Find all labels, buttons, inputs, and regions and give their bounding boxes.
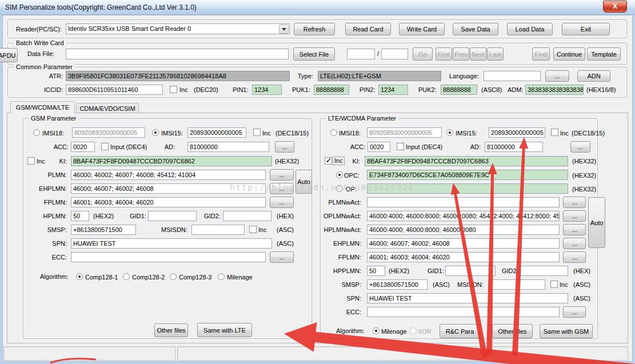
gsm-plmn-browse-button[interactable]: ... xyxy=(270,169,294,181)
lte-alg-milenage-radio[interactable] xyxy=(373,327,380,334)
gsm-alg-comp128-3-radio[interactable] xyxy=(170,273,177,280)
gsm-plmn-input[interactable]: 46000; 46002; 46007; 46008; 45412; 41004 xyxy=(71,170,266,180)
gsm-ehplmn-input[interactable]: 46000; 46007; 46002; 46008 xyxy=(71,183,266,194)
gsm-imsi18-input[interactable]: 809208930000000005 xyxy=(72,127,145,138)
gsm-auto-button[interactable]: Auto xyxy=(295,170,312,194)
lte-msisdn-inc-checkbox[interactable] xyxy=(550,281,558,288)
lte-ki-inc-checkbox[interactable] xyxy=(325,157,332,165)
lte-hpplmn-input[interactable]: 50 xyxy=(367,266,385,276)
first-button[interactable]: First xyxy=(436,47,452,61)
gsm-alg-comp128-2-radio[interactable] xyxy=(123,273,130,280)
gsm-ad-browse-button[interactable]: ... xyxy=(275,141,294,153)
chevron-down-icon[interactable] xyxy=(279,25,289,34)
lte-ki-input[interactable]: 8BAF473F2F8FD09487CCCBD7097C6863 xyxy=(365,156,568,166)
load-data-button[interactable]: Load Data xyxy=(507,23,553,35)
lte-opc-radio[interactable] xyxy=(336,171,343,178)
gsm-imsi-inc-checkbox[interactable] xyxy=(253,129,261,136)
lte-smsp-input[interactable]: +8613800571500 xyxy=(367,279,428,290)
lte-auto-button[interactable]: Auto xyxy=(588,197,605,248)
iccid-inc-checkbox[interactable] xyxy=(170,86,177,93)
lte-op-radio[interactable] xyxy=(336,185,343,192)
find-button[interactable]: Find xyxy=(532,47,550,61)
lte-ecc-browse-button[interactable]: ... xyxy=(563,306,586,318)
lte-plmnwact-browse-button[interactable]: ... xyxy=(563,197,586,208)
gsm-ehplmn-browse-button[interactable]: ... xyxy=(270,183,294,194)
gsm-imsi18-radio[interactable] xyxy=(33,129,40,136)
lte-acc-input[interactable]: 0020 xyxy=(368,142,390,152)
lte-hplmnwact-input[interactable]: 46000:4000; 46000:8000; 46000:0080 xyxy=(367,225,560,235)
tab-cdma-evdo-csim[interactable]: CDMA/EVDO/CSIM xyxy=(76,103,139,113)
lte-gid2-input[interactable] xyxy=(520,266,568,276)
lte-imsi18-radio[interactable] xyxy=(330,129,337,136)
tab-gsm-wcdma-lte[interactable]: GSM/WCDMA/LTE xyxy=(10,101,75,113)
gsm-ki-input[interactable]: 8BAF473F2F8FD09487CCCBD7097C6862 xyxy=(71,156,272,166)
gsm-smsp-input[interactable]: +8613800571500 xyxy=(71,225,136,235)
page-current-input[interactable] xyxy=(347,49,375,59)
lte-other-files-button[interactable]: Other files xyxy=(492,324,533,338)
continue-button[interactable]: Continue xyxy=(553,47,585,61)
gsm-fplmn-input[interactable]: 46001; 46003; 46004; 46020 xyxy=(71,197,266,207)
gsm-same-with-lte-button[interactable]: Same with LTE xyxy=(197,323,252,337)
next-button[interactable]: Next xyxy=(470,47,486,61)
adn-button[interactable]: ADN xyxy=(577,70,610,82)
lte-fplmn-input[interactable]: 46001; 46003; 46004; 46020 xyxy=(367,252,560,262)
language-browse-button[interactable]: ... xyxy=(545,70,569,82)
lte-alg-xor-radio[interactable] xyxy=(410,327,417,334)
gsm-acc-input[interactable]: 0020 xyxy=(71,142,95,152)
gsm-imsi15-radio[interactable] xyxy=(152,129,159,136)
gsm-other-files-button[interactable]: Other files xyxy=(154,323,188,337)
lte-same-with-gsm-button[interactable]: Same with GSM xyxy=(540,324,593,338)
last-button[interactable]: Last xyxy=(487,47,504,61)
gsm-msisdn-input[interactable] xyxy=(191,225,245,235)
reader-select[interactable]: Identiv SCR35xx USB Smart Card Reader 0 xyxy=(66,23,290,34)
lte-gid1-input[interactable] xyxy=(445,266,496,276)
lte-imsi15-input[interactable]: 208930000000005 xyxy=(489,127,545,138)
lte-oplmnwact-browse-button[interactable]: ... xyxy=(563,210,586,222)
lte-msisdn-input[interactable] xyxy=(489,279,545,290)
select-file-button[interactable]: Select File xyxy=(293,47,335,61)
gsm-fplmn-browse-button[interactable]: ... xyxy=(270,197,294,208)
save-data-button[interactable]: Save Data xyxy=(453,23,498,35)
puk2-input[interactable]: 88888888 xyxy=(441,85,477,95)
gsm-imsi15-input[interactable]: 208930000000005 xyxy=(187,127,246,138)
gsm-ecc-input[interactable] xyxy=(71,252,266,262)
iccid-input[interactable]: 898600D6110951011460 xyxy=(66,85,163,95)
lte-imsi15-radio[interactable] xyxy=(446,129,453,136)
gsm-ad-input[interactable]: 81000000 xyxy=(187,142,269,152)
write-card-button[interactable]: Write Card xyxy=(399,23,445,35)
gsm-ecc-browse-button[interactable]: ... xyxy=(270,251,294,263)
template-button[interactable]: Template xyxy=(587,47,621,61)
apdu-button[interactable]: APDU xyxy=(0,48,18,62)
exit-button[interactable]: Exit xyxy=(562,23,610,35)
adm-input[interactable]: 3838383838383838 xyxy=(525,85,584,95)
lte-opc-input[interactable]: E734F8734007D6C5CE7A0508809E7E9C xyxy=(367,170,568,180)
lte-ad-browse-button[interactable]: ... xyxy=(570,141,590,153)
lte-ad-input[interactable]: 81000000 xyxy=(485,142,543,152)
lte-oplmnwact-input[interactable]: 46000:4000; 46000:8000; 46000:0080; 4541… xyxy=(367,211,560,221)
lte-op-input[interactable] xyxy=(367,183,568,194)
data-file-input[interactable] xyxy=(66,49,289,59)
gsm-acc-input-checkbox[interactable] xyxy=(101,143,109,150)
lte-spn-input[interactable]: HUAWEI TEST xyxy=(367,293,568,303)
lte-fplmn-browse-button[interactable]: ... xyxy=(563,251,586,263)
lte-imsi18-input[interactable]: 809208930000000005 xyxy=(367,127,442,138)
refresh-button[interactable]: Refresh xyxy=(294,23,335,35)
lte-ecc-input[interactable] xyxy=(367,307,560,317)
gsm-msisdn-inc-checkbox[interactable] xyxy=(249,226,257,233)
gsm-ki-inc-checkbox[interactable] xyxy=(27,157,35,165)
lte-rc-para-button[interactable]: R&C Para xyxy=(440,324,480,338)
read-card-button[interactable]: Read Card xyxy=(345,23,391,35)
pin2-input[interactable]: 1234 xyxy=(378,85,408,95)
lte-imsi-inc-checkbox[interactable] xyxy=(551,129,558,136)
lte-plmnwact-input[interactable] xyxy=(367,197,560,207)
gsm-gid1-input[interactable] xyxy=(148,211,197,221)
pin1-input[interactable]: 1234 xyxy=(252,85,282,95)
lte-ehplmn-browse-button[interactable]: ... xyxy=(563,238,586,249)
page-total-input[interactable] xyxy=(381,49,408,59)
puk1-input[interactable]: 88888888 xyxy=(314,85,349,95)
gsm-alg-comp128-1-radio[interactable] xyxy=(76,273,83,280)
gsm-alg-milenage-radio[interactable] xyxy=(218,273,225,280)
lte-hplmnwact-browse-button[interactable]: ... xyxy=(563,224,586,235)
gsm-spn-input[interactable]: HUAWEI TEST xyxy=(71,238,272,249)
close-icon[interactable]: X xyxy=(603,1,627,13)
